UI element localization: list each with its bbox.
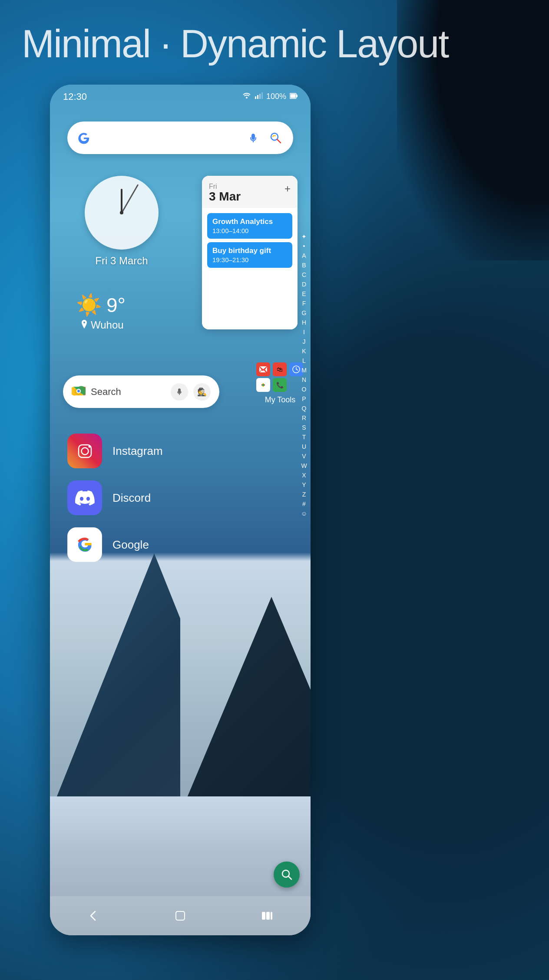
battery-text: 100% bbox=[266, 92, 286, 101]
alpha-f[interactable]: F bbox=[300, 299, 308, 308]
shopping-tool-icon[interactable]: 🛍 bbox=[273, 362, 287, 376]
alpha-c[interactable]: C bbox=[300, 270, 308, 280]
alpha-p[interactable]: P bbox=[300, 395, 308, 404]
svg-point-19 bbox=[262, 384, 265, 386]
google-search-bar[interactable] bbox=[67, 122, 293, 154]
alpha-o[interactable]: O bbox=[300, 385, 308, 394]
svg-point-22 bbox=[88, 445, 90, 447]
alpha-x[interactable]: X bbox=[300, 471, 308, 480]
phone-tool-icon[interactable]: 📞 bbox=[273, 378, 287, 392]
chrome-icon bbox=[72, 384, 86, 400]
alpha-z[interactable]: Z bbox=[300, 490, 308, 499]
status-time: 12:30 bbox=[63, 91, 87, 102]
alpha-d[interactable]: D bbox=[300, 280, 308, 289]
app-search-text[interactable]: Search bbox=[91, 386, 165, 398]
calendar-body: Growth Analytics 13:00–14:00 Buy birthda… bbox=[202, 208, 298, 329]
analog-clock bbox=[85, 176, 159, 250]
hour-hand bbox=[121, 189, 122, 213]
svg-rect-25 bbox=[176, 911, 185, 920]
discord-label: Discord bbox=[112, 491, 151, 505]
status-bar: 12:30 100% bbox=[50, 85, 311, 109]
lens-icon[interactable] bbox=[267, 129, 284, 147]
alpha-k[interactable]: K bbox=[300, 347, 308, 356]
svg-rect-26 bbox=[262, 912, 265, 920]
calendar-widget: Fri 3 Mar + Growth Analytics 13:00–14:00… bbox=[202, 176, 298, 329]
gmail-tool-icon[interactable] bbox=[256, 362, 270, 376]
nav-home-button[interactable] bbox=[167, 903, 193, 929]
phone-device: 12:30 100% bbox=[50, 85, 311, 935]
calendar-header: Fri 3 Mar + bbox=[202, 176, 298, 208]
app-item-instagram[interactable]: Instagram bbox=[67, 428, 293, 474]
nav-back-button[interactable] bbox=[80, 903, 106, 929]
svg-rect-27 bbox=[266, 912, 270, 920]
event-2-time: 19:30–21:30 bbox=[212, 256, 287, 263]
discord-icon bbox=[67, 480, 102, 515]
alpha-s[interactable]: S bbox=[300, 423, 308, 432]
alpha-n[interactable]: N bbox=[300, 375, 308, 385]
nav-recent-button[interactable] bbox=[254, 903, 280, 929]
location-icon bbox=[80, 320, 88, 331]
google-label: Google bbox=[112, 538, 149, 552]
instagram-icon bbox=[67, 434, 102, 468]
temperature: 9° bbox=[106, 293, 126, 317]
weather-sun-icon: ☀️ bbox=[76, 293, 102, 317]
calendar-event-1[interactable]: Growth Analytics 13:00–14:00 bbox=[207, 213, 292, 239]
app-item-google[interactable]: Google bbox=[67, 521, 293, 568]
my-tools-section: 🛍 📞 My To bbox=[256, 362, 304, 404]
alpha-t[interactable]: T bbox=[300, 433, 308, 442]
status-icons: 100% bbox=[242, 92, 298, 101]
alpha-m[interactable]: M bbox=[300, 366, 308, 375]
incognito-button[interactable]: 🕵 bbox=[193, 383, 211, 401]
event-1-title: Growth Analytics bbox=[212, 217, 287, 226]
nav-bar bbox=[50, 896, 311, 935]
calendar-event-2[interactable]: Buy birthday gift 19:30–21:30 bbox=[207, 242, 292, 268]
clock-center-dot bbox=[120, 211, 123, 214]
alpha-y[interactable]: Y bbox=[300, 480, 308, 490]
alpha-l[interactable]: L bbox=[300, 356, 308, 365]
svg-rect-4 bbox=[261, 92, 263, 99]
alpha-i[interactable]: I bbox=[300, 328, 308, 337]
minute-hand bbox=[121, 184, 139, 213]
search-input[interactable] bbox=[97, 122, 239, 154]
google-app-icon bbox=[67, 527, 102, 562]
alpha-g[interactable]: G bbox=[300, 309, 308, 318]
svg-rect-28 bbox=[271, 912, 272, 920]
svg-point-14 bbox=[77, 390, 80, 392]
alpha-r[interactable]: R bbox=[300, 414, 308, 423]
calendar-add-button[interactable]: + bbox=[284, 183, 291, 195]
alpha-hash[interactable]: # bbox=[300, 500, 308, 509]
alpha-w[interactable]: W bbox=[300, 461, 308, 470]
alpha-a[interactable]: A bbox=[300, 251, 308, 260]
page-title: Minimal · Dynamic Layout bbox=[22, 22, 448, 66]
alpha-j[interactable]: J bbox=[300, 337, 308, 346]
app-mic-button[interactable] bbox=[171, 383, 188, 401]
app-list: Instagram Discord Google bbox=[67, 428, 293, 568]
svg-rect-2 bbox=[257, 95, 258, 99]
alpha-h[interactable]: H bbox=[300, 318, 308, 327]
alpha-q[interactable]: Q bbox=[300, 404, 308, 413]
svg-line-24 bbox=[288, 876, 291, 879]
alpha-star[interactable]: ✦ bbox=[300, 232, 308, 241]
svg-rect-6 bbox=[291, 94, 296, 98]
app-search-bar[interactable]: Search 🕵 bbox=[63, 375, 219, 408]
my-tools-label: My Tools bbox=[265, 395, 296, 404]
city-name: Wuhou bbox=[91, 319, 124, 331]
svg-line-10 bbox=[277, 139, 281, 143]
battery-icon bbox=[290, 92, 298, 101]
alpha-v[interactable]: V bbox=[300, 452, 308, 461]
calendar-date: 3 Mar bbox=[209, 191, 241, 203]
svg-point-0 bbox=[246, 97, 248, 99]
photos-tool-icon[interactable] bbox=[256, 378, 270, 392]
app-item-discord[interactable]: Discord bbox=[67, 474, 293, 521]
fab-search-button[interactable] bbox=[274, 862, 300, 888]
alpha-circle[interactable]: ☺ bbox=[300, 509, 308, 518]
svg-rect-1 bbox=[255, 96, 256, 99]
alphabet-sidebar: ✦ • A B C D E F G H I J K L M N O P Q R … bbox=[300, 232, 308, 518]
alpha-dot[interactable]: • bbox=[300, 242, 308, 251]
alpha-b[interactable]: B bbox=[300, 261, 308, 270]
alpha-e[interactable]: E bbox=[300, 289, 308, 299]
mic-icon[interactable] bbox=[245, 129, 262, 147]
tools-icons-grid: 🛍 📞 bbox=[256, 362, 304, 392]
event-2-title: Buy birthday gift bbox=[212, 247, 287, 255]
alpha-u[interactable]: U bbox=[300, 442, 308, 451]
